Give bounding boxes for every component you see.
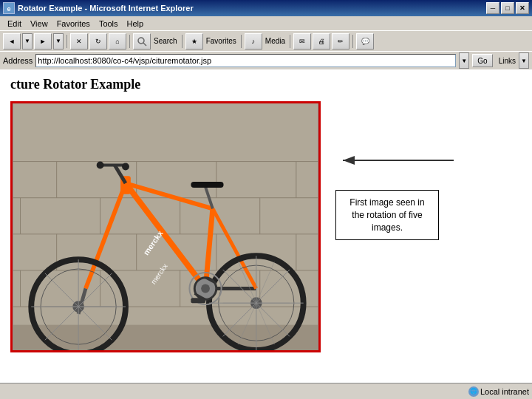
- title-bar-text: e Rotator Example - Microsoft Internet E…: [3, 2, 194, 14]
- back-dropdown[interactable]: ▼: [22, 33, 33, 50]
- back-button[interactable]: ◄: [3, 33, 21, 50]
- svg-rect-56: [191, 182, 223, 188]
- zone-label: Local intranet: [480, 387, 529, 396]
- address-input[interactable]: [35, 54, 456, 67]
- callout-text: First image seen in the rotation of five…: [349, 197, 424, 233]
- favorites-label: Favorites: [205, 37, 238, 45]
- favorites-button[interactable]: ★: [185, 33, 203, 50]
- callout-box: First image seen in the rotation of five…: [335, 190, 439, 240]
- edit-button[interactable]: ✏: [332, 33, 349, 50]
- menu-help[interactable]: Help: [123, 18, 149, 30]
- callout-arrow: [335, 138, 468, 183]
- media-button[interactable]: ♪: [245, 33, 262, 50]
- search-label: Search: [152, 37, 179, 45]
- toolbar-separator-3: [182, 35, 183, 48]
- toolbar-separator-4: [241, 35, 242, 48]
- menu-favorites[interactable]: Favorites: [52, 18, 95, 30]
- search-button[interactable]: [133, 33, 151, 50]
- title-bar-buttons: ─ □ ✕: [486, 2, 529, 14]
- bike-svg: merckx merckx: [13, 103, 318, 350]
- svg-point-54: [122, 163, 129, 171]
- svg-point-58: [201, 284, 210, 293]
- links-label: Links: [499, 57, 516, 65]
- rotator-image: merckx merckx: [10, 101, 321, 352]
- main-layout: merckx merckx First image seen in the ro…: [10, 101, 522, 352]
- forward-button[interactable]: ►: [34, 33, 52, 50]
- stop-button[interactable]: ✕: [70, 33, 88, 50]
- callout-section: First image seen in the rotation of five…: [335, 101, 468, 240]
- close-button[interactable]: ✕: [516, 2, 529, 14]
- toolbar-separator-2: [129, 35, 130, 48]
- svg-point-53: [97, 162, 104, 169]
- address-dropdown[interactable]: ▼: [459, 52, 469, 69]
- title-bar: e Rotator Example - Microsoft Internet E…: [0, 0, 532, 16]
- maximize-button[interactable]: □: [501, 2, 514, 14]
- svg-rect-2: [13, 103, 318, 350]
- media-label: Media: [264, 37, 287, 45]
- toolbar-separator-1: [66, 35, 67, 48]
- page-title: cture Rotator Example: [10, 77, 522, 92]
- print-button[interactable]: 🖨: [313, 33, 330, 50]
- go-button[interactable]: Go: [472, 54, 492, 67]
- ie-icon: e: [3, 2, 15, 14]
- svg-line-1: [143, 43, 146, 46]
- forward-dropdown[interactable]: ▼: [53, 33, 64, 50]
- toolbar-separator-6: [352, 35, 353, 48]
- address-bar: Address ▼ Go Links ▼: [0, 52, 532, 69]
- status-right: 🌐 Local intranet: [468, 386, 529, 397]
- svg-point-0: [138, 38, 144, 44]
- messenger-button[interactable]: 💬: [356, 33, 374, 50]
- window-title: Rotator Example - Microsoft Internet Exp…: [18, 4, 194, 13]
- content-area: cture Rotator Example: [0, 69, 532, 383]
- mail-button[interactable]: ✉: [293, 33, 311, 50]
- home-button[interactable]: ⌂: [109, 33, 126, 50]
- status-bar: 🌐 Local intranet: [0, 383, 532, 399]
- menu-edit[interactable]: Edit: [3, 18, 26, 30]
- minimize-button[interactable]: ─: [486, 2, 499, 14]
- toolbar: ◄ ▼ ► ▼ ✕ ↻ ⌂ Search ★ Favorites ♪ Media…: [0, 31, 532, 52]
- address-label: Address: [3, 56, 33, 65]
- refresh-button[interactable]: ↻: [89, 33, 107, 50]
- menu-bar: Edit View Favorites Tools Help: [0, 16, 532, 31]
- menu-view[interactable]: View: [26, 18, 52, 30]
- zone-icon: 🌐: [468, 386, 479, 397]
- zone-indicator: 🌐 Local intranet: [468, 386, 529, 397]
- links-dropdown[interactable]: ▼: [519, 52, 529, 69]
- menu-tools[interactable]: Tools: [95, 18, 123, 30]
- svg-rect-64: [191, 298, 205, 303]
- toolbar-separator-5: [290, 35, 290, 48]
